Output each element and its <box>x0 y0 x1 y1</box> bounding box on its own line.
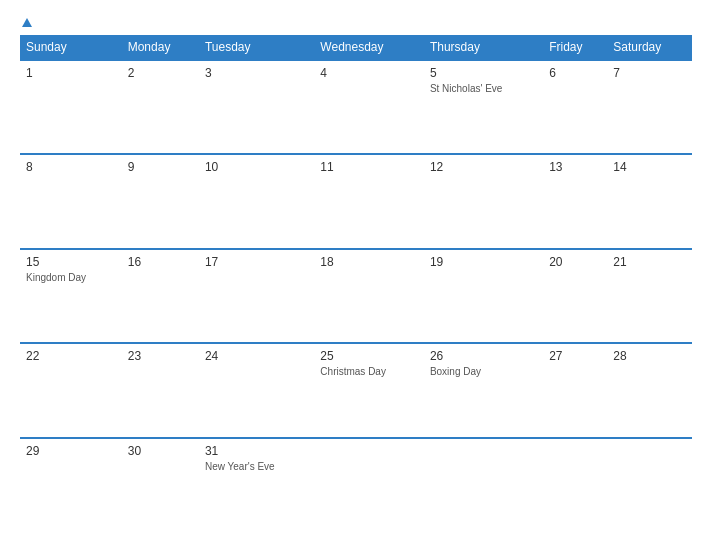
day-number: 17 <box>205 255 308 269</box>
day-cell: 24 <box>199 343 314 437</box>
holiday-label: Boxing Day <box>430 365 537 378</box>
day-number: 29 <box>26 444 116 458</box>
day-number: 31 <box>205 444 308 458</box>
day-number: 15 <box>26 255 116 269</box>
day-cell: 9 <box>122 154 199 248</box>
day-number: 27 <box>549 349 601 363</box>
day-number: 11 <box>320 160 418 174</box>
logo-triangle-icon <box>22 18 32 27</box>
day-number: 20 <box>549 255 601 269</box>
holiday-label: New Year's Eve <box>205 460 308 473</box>
week-row-2: 891011121314 <box>20 154 692 248</box>
day-cell: 23 <box>122 343 199 437</box>
day-cell: 27 <box>543 343 607 437</box>
header-cell-wednesday: Wednesday <box>314 35 424 60</box>
day-cell: 6 <box>543 60 607 154</box>
day-number: 1 <box>26 66 116 80</box>
header-row: SundayMondayTuesdayWednesdayThursdayFrid… <box>20 35 692 60</box>
day-cell: 13 <box>543 154 607 248</box>
day-cell: 7 <box>607 60 692 154</box>
day-cell: 10 <box>199 154 314 248</box>
header-cell-sunday: Sunday <box>20 35 122 60</box>
day-cell: 31New Year's Eve <box>199 438 314 532</box>
header-cell-friday: Friday <box>543 35 607 60</box>
day-cell: 12 <box>424 154 543 248</box>
day-number: 13 <box>549 160 601 174</box>
day-cell: 8 <box>20 154 122 248</box>
day-number: 26 <box>430 349 537 363</box>
day-number: 22 <box>26 349 116 363</box>
day-number: 19 <box>430 255 537 269</box>
day-cell <box>607 438 692 532</box>
day-cell: 20 <box>543 249 607 343</box>
day-cell: 26Boxing Day <box>424 343 543 437</box>
day-cell: 21 <box>607 249 692 343</box>
day-number: 12 <box>430 160 537 174</box>
day-number: 10 <box>205 160 308 174</box>
day-number: 3 <box>205 66 308 80</box>
day-number: 24 <box>205 349 308 363</box>
day-cell: 18 <box>314 249 424 343</box>
day-cell: 17 <box>199 249 314 343</box>
day-cell: 4 <box>314 60 424 154</box>
day-cell: 3 <box>199 60 314 154</box>
day-number: 21 <box>613 255 686 269</box>
day-cell: 16 <box>122 249 199 343</box>
day-cell: 22 <box>20 343 122 437</box>
day-cell <box>424 438 543 532</box>
header-cell-thursday: Thursday <box>424 35 543 60</box>
day-cell: 14 <box>607 154 692 248</box>
day-cell: 5St Nicholas' Eve <box>424 60 543 154</box>
day-number: 23 <box>128 349 193 363</box>
day-number: 8 <box>26 160 116 174</box>
header-cell-tuesday: Tuesday <box>199 35 314 60</box>
holiday-label: Christmas Day <box>320 365 418 378</box>
holiday-label: Kingdom Day <box>26 271 116 284</box>
day-number: 18 <box>320 255 418 269</box>
holiday-label: St Nicholas' Eve <box>430 82 537 95</box>
day-number: 4 <box>320 66 418 80</box>
week-row-4: 22232425Christmas Day26Boxing Day2728 <box>20 343 692 437</box>
day-cell: 28 <box>607 343 692 437</box>
logo <box>20 18 32 27</box>
header-cell-saturday: Saturday <box>607 35 692 60</box>
day-cell: 15Kingdom Day <box>20 249 122 343</box>
header-cell-monday: Monday <box>122 35 199 60</box>
day-cell: 29 <box>20 438 122 532</box>
day-number: 9 <box>128 160 193 174</box>
top-bar <box>20 18 692 27</box>
day-cell <box>314 438 424 532</box>
day-cell: 30 <box>122 438 199 532</box>
calendar-table: SundayMondayTuesdayWednesdayThursdayFrid… <box>20 35 692 532</box>
calendar-header: SundayMondayTuesdayWednesdayThursdayFrid… <box>20 35 692 60</box>
day-cell: 2 <box>122 60 199 154</box>
week-row-5: 293031New Year's Eve <box>20 438 692 532</box>
day-cell: 11 <box>314 154 424 248</box>
day-cell <box>543 438 607 532</box>
day-number: 7 <box>613 66 686 80</box>
day-cell: 25Christmas Day <box>314 343 424 437</box>
week-row-3: 15Kingdom Day161718192021 <box>20 249 692 343</box>
week-row-1: 12345St Nicholas' Eve67 <box>20 60 692 154</box>
day-cell: 1 <box>20 60 122 154</box>
day-number: 25 <box>320 349 418 363</box>
day-number: 5 <box>430 66 537 80</box>
day-number: 30 <box>128 444 193 458</box>
calendar-body: 12345St Nicholas' Eve6789101112131415Kin… <box>20 60 692 532</box>
day-cell: 19 <box>424 249 543 343</box>
day-number: 14 <box>613 160 686 174</box>
day-number: 16 <box>128 255 193 269</box>
day-number: 6 <box>549 66 601 80</box>
day-number: 28 <box>613 349 686 363</box>
day-number: 2 <box>128 66 193 80</box>
